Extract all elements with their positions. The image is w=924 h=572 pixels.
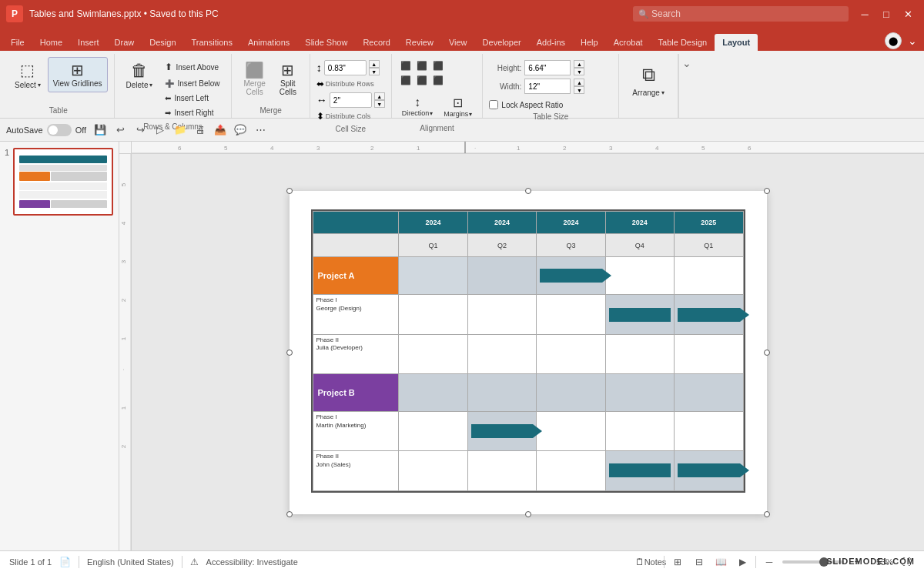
reading-view-btn[interactable]: 📖 xyxy=(712,554,729,570)
tab-review[interactable]: Review xyxy=(398,34,441,51)
gridlines-icon: ⊞ xyxy=(71,61,84,79)
status-divider-1 xyxy=(79,556,79,568)
align-mid-left[interactable]: ⬛ xyxy=(398,73,413,87)
insert-right-button[interactable]: ➡ Insert Right xyxy=(159,106,225,119)
height-up[interactable]: ▲ xyxy=(369,60,380,68)
status-left: Slide 1 of 1 📄 English (United States) ⚠… xyxy=(9,556,633,568)
tab-help[interactable]: Help xyxy=(573,34,606,51)
qat-more-button[interactable]: ⋯ xyxy=(251,122,270,139)
project-a-row: Project A xyxy=(313,256,743,295)
tab-tabledesign[interactable]: Table Design xyxy=(651,34,715,51)
insert-below-button[interactable]: ➕ Insert Below xyxy=(159,77,225,90)
tab-home[interactable]: Home xyxy=(32,34,70,51)
tab-animations[interactable]: Animations xyxy=(240,34,297,51)
svg-text:·: · xyxy=(120,369,127,370)
thumb-gantt xyxy=(19,156,107,208)
arrange-button[interactable]: ⧉ Arrange ▾ xyxy=(625,57,671,103)
ribbon-collapse-btn[interactable]: ⌄ xyxy=(678,54,695,118)
tab-slideshow[interactable]: Slide Show xyxy=(297,34,355,51)
delete-button[interactable]: 🗑 Delete ▾ xyxy=(121,57,159,103)
tab-layout[interactable]: Layout xyxy=(715,34,758,51)
tab-file[interactable]: File xyxy=(3,34,32,51)
slide-canvas[interactable]: 2024 2024 2024 2024 2025 Q1 Q2 xyxy=(290,191,767,514)
slideshow-btn[interactable]: ▶ xyxy=(734,554,751,570)
normal-view-btn[interactable]: ⊞ xyxy=(669,554,686,570)
handle-br[interactable] xyxy=(764,511,770,517)
cell-width-row: ↔ ▲ ▼ xyxy=(316,92,385,108)
handle-bl[interactable] xyxy=(286,511,293,517)
svg-text:4: 4 xyxy=(270,145,274,152)
redo-button[interactable]: ↪ xyxy=(131,122,149,139)
height-down[interactable]: ▼ xyxy=(369,68,380,75)
print-button[interactable]: 🖨 xyxy=(191,122,209,139)
width-down[interactable]: ▼ xyxy=(374,100,385,108)
handle-right[interactable] xyxy=(764,350,770,356)
insert-above-button[interactable]: ⬆ Insert Above xyxy=(159,59,225,75)
handle-left[interactable] xyxy=(286,350,293,356)
lock-aspect-checkbox[interactable] xyxy=(489,100,498,109)
table-width-spinner[interactable]: ▲ ▼ xyxy=(574,79,584,94)
select-button[interactable]: ⬚ Select ▾ xyxy=(9,57,46,93)
search-input[interactable] xyxy=(633,6,849,22)
undo-button[interactable]: ↩ xyxy=(111,122,129,139)
autosave-switch[interactable] xyxy=(47,124,72,136)
present-button[interactable]: ▷ xyxy=(151,122,169,139)
maximize-button[interactable]: □ xyxy=(876,4,896,24)
width-up[interactable]: ▲ xyxy=(374,92,385,100)
close-button[interactable]: ✕ xyxy=(898,4,918,24)
svg-text:2: 2 xyxy=(563,145,567,152)
slide-thumbnail[interactable] xyxy=(13,148,113,216)
project-b-label: Project B xyxy=(313,373,399,412)
notes-button[interactable]: 🗒 Notes xyxy=(642,554,659,570)
accessibility-info: Accessibility: Investigate xyxy=(206,557,298,567)
slide-sorter-btn[interactable]: ⊟ xyxy=(691,554,708,570)
handle-top[interactable] xyxy=(525,188,531,194)
handle-tl[interactable] xyxy=(286,188,293,194)
insert-left-button[interactable]: ⬅ Insert Left xyxy=(159,92,225,105)
align-top-left[interactable]: ⬛ xyxy=(398,59,413,72)
tab-addins[interactable]: Add-ins xyxy=(529,34,573,51)
merge-cells-button[interactable]: ⬛ Merge Cells xyxy=(238,57,270,100)
tab-design[interactable]: Design xyxy=(142,34,183,51)
tab-record[interactable]: Record xyxy=(355,34,397,51)
table-width-input[interactable] xyxy=(524,79,571,94)
zoom-out-btn[interactable]: ─ xyxy=(761,554,778,570)
view-gridlines-button[interactable]: ⊞ View Gridlines xyxy=(48,57,108,92)
comments-button[interactable]: 💬 xyxy=(231,122,249,139)
handle-tr[interactable] xyxy=(764,188,770,194)
width-spinner[interactable]: ▲ ▼ xyxy=(374,92,385,108)
tab-view[interactable]: View xyxy=(441,34,475,51)
align-mid-right[interactable]: ⬛ xyxy=(430,73,446,87)
handle-bottom[interactable] xyxy=(525,511,531,517)
align-mid-center[interactable]: ⬛ xyxy=(414,73,430,87)
app-logo: P xyxy=(6,5,23,22)
align-top-center[interactable]: ⬛ xyxy=(414,59,430,72)
svg-text:1: 1 xyxy=(517,145,521,152)
ruler-v-svg: 5 4 3 2 1 · 1 2 xyxy=(119,154,132,550)
table-height-spinner[interactable]: ▲ ▼ xyxy=(574,60,584,75)
lock-aspect-row: Lock Aspect Ratio xyxy=(489,100,563,109)
align-top-right[interactable]: ⬛ xyxy=(430,59,446,72)
open-button[interactable]: 📁 xyxy=(171,122,189,139)
tab-transitions[interactable]: Transitions xyxy=(184,34,240,51)
tab-acrobat[interactable]: Acrobat xyxy=(606,34,651,51)
tab-insert[interactable]: Insert xyxy=(70,34,107,51)
cell-margins-button[interactable]: ⊡ Margins ▾ xyxy=(440,92,476,121)
tab-developer[interactable]: Developer xyxy=(475,34,529,51)
save-button[interactable]: 💾 xyxy=(91,122,109,139)
margins-icon: ⊡ xyxy=(453,95,463,110)
ribbon-toggle-btn[interactable]: ⬤ xyxy=(885,32,902,49)
cell-width-input[interactable] xyxy=(330,92,372,108)
ribbon-expand-btn[interactable]: ⌄ xyxy=(904,32,921,49)
share-button[interactable]: 📤 xyxy=(211,122,229,139)
cell-height-input[interactable] xyxy=(324,60,367,75)
split-cells-button[interactable]: ⊞ Split Cells xyxy=(273,57,303,100)
table-height-input[interactable] xyxy=(524,60,571,75)
direction-margins-row: ↕ Direction ▾ ⊡ Margins ▾ xyxy=(398,92,477,121)
minimize-button[interactable]: ─ xyxy=(855,4,875,24)
height-spinner[interactable]: ▲ ▼ xyxy=(369,60,380,75)
status-bar: Slide 1 of 1 📄 English (United States) ⚠… xyxy=(0,550,924,572)
window-controls: ─ □ ✕ xyxy=(855,4,918,24)
tab-draw[interactable]: Draw xyxy=(107,34,142,51)
text-direction-button[interactable]: ↕ Direction ▾ xyxy=(398,92,437,121)
